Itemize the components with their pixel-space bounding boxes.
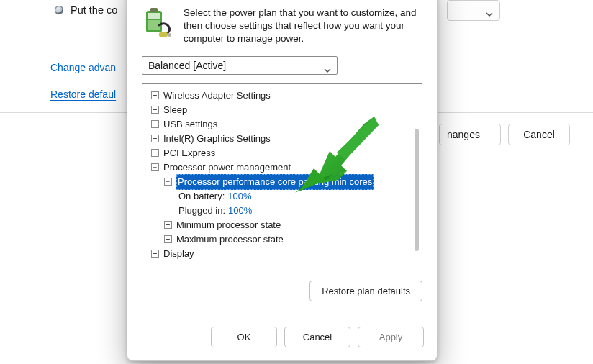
plus-icon[interactable]: + [151,250,159,258]
chevron-down-icon [324,63,331,75]
tree-kv-plugged-in[interactable]: Plugged in:100% [151,204,422,218]
chevron-down-icon [486,7,493,19]
save-changes-button[interactable]: nanges [439,124,501,145]
settings-tree: + Wireless Adapter Settings + Sleep + US… [142,83,422,273]
tree-item-pci[interactable]: + PCI Express [151,146,422,160]
svg-rect-4 [159,32,168,37]
tree-item-max-processor-state[interactable]: + Maximum processor state [151,232,422,247]
tree-item-graphics[interactable]: + Intel(R) Graphics Settings [151,132,422,146]
plus-icon[interactable]: + [164,221,172,229]
tree-item-min-processor-state[interactable]: + Minimum processor state [151,218,422,232]
tree-kv-on-battery[interactable]: On battery:100% [151,189,422,204]
cancel-button[interactable]: Cancel [284,327,350,347]
battery-plug-icon [142,6,173,38]
svg-rect-1 [150,8,158,12]
minus-icon[interactable]: − [151,163,159,171]
put-computer-label: Put the co [71,4,117,16]
svg-rect-6 [168,35,171,36]
plus-icon[interactable]: + [151,91,159,99]
scrollbar-thumb[interactable] [415,129,419,251]
tree-item-wireless[interactable]: + Wireless Adapter Settings [151,88,422,103]
tree-item-processor-power-mgmt[interactable]: − Processor power management [151,160,422,175]
plus-icon[interactable]: + [151,106,159,114]
advanced-power-options-dialog: Select the power plan that you want to c… [127,0,438,361]
sleep-bullet-icon [55,6,63,14]
plus-icon[interactable]: + [164,235,172,243]
tree-item-display[interactable]: + Display [151,247,422,261]
plus-icon[interactable]: + [151,149,159,157]
svg-rect-2 [148,13,160,19]
bg-time-select[interactable] [447,0,500,21]
selected-tree-label: Processor performance core parking min c… [176,174,374,190]
change-advanced-link[interactable]: Change advan [50,62,116,73]
tree-item-core-parking-min[interactable]: − Processor performance core parking min… [151,175,422,189]
plus-icon[interactable]: + [151,120,159,128]
minus-icon[interactable]: − [164,178,172,186]
restore-defaults-link[interactable]: Restore defaul [50,88,116,100]
selected-plan-label: Balanced [Active] [148,60,226,71]
ok-button[interactable]: OK [211,327,277,347]
svg-rect-5 [168,34,171,35]
tree-item-sleep[interactable]: + Sleep [151,103,422,117]
restore-plan-defaults-button[interactable]: Restore plan defaults [309,281,422,301]
dialog-description: Select the power plan that you want to c… [184,6,422,46]
apply-button[interactable]: Apply [358,327,424,347]
power-plan-select[interactable]: Balanced [Active] [142,56,338,75]
plus-icon[interactable]: + [151,135,159,142]
bg-cancel-button[interactable]: Cancel [508,124,570,145]
tree-item-usb[interactable]: + USB settings [151,117,422,132]
